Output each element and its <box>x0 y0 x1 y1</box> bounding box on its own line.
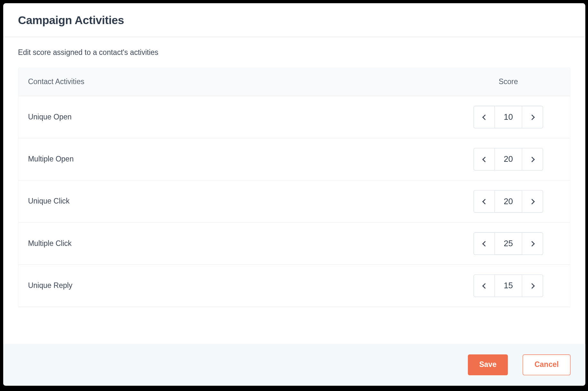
score-stepper-unique-click: 20 <box>474 190 543 213</box>
chevron-left-icon <box>482 199 487 204</box>
increment-button[interactable] <box>522 106 543 128</box>
save-button[interactable]: Save <box>468 354 508 375</box>
panel-header: Campaign Activities <box>3 3 585 37</box>
activities-table: Contact Activities Score Unique Open 10 <box>18 67 571 307</box>
decrement-button[interactable] <box>474 191 495 213</box>
increment-button[interactable] <box>522 233 543 255</box>
increment-button[interactable] <box>522 275 543 297</box>
score-value[interactable]: 20 <box>495 191 522 213</box>
score-value[interactable]: 10 <box>495 106 522 128</box>
chevron-right-icon <box>529 199 534 204</box>
score-value[interactable]: 25 <box>495 233 522 255</box>
increment-button[interactable] <box>522 148 543 170</box>
decrement-button[interactable] <box>474 148 495 170</box>
chevron-right-icon <box>529 241 534 246</box>
table-row: Unique Open 10 <box>18 96 570 138</box>
panel-footer: Save Cancel <box>3 344 585 386</box>
activity-label-multiple-click: Multiple Click <box>28 239 473 248</box>
activity-label-unique-open: Unique Open <box>28 113 473 121</box>
chevron-left-icon <box>482 156 487 162</box>
table-row: Unique Reply 15 <box>18 265 570 307</box>
chevron-right-icon <box>529 283 534 288</box>
column-header-score: Score <box>474 78 543 86</box>
page-title: Campaign Activities <box>18 13 571 27</box>
activity-label-multiple-open: Multiple Open <box>28 155 473 164</box>
score-stepper-multiple-click: 25 <box>474 232 543 255</box>
chevron-right-icon <box>529 114 534 120</box>
chevron-left-icon <box>482 283 487 288</box>
subtitle-text: Edit score assigned to a contact's activ… <box>18 48 571 57</box>
decrement-button[interactable] <box>474 233 495 255</box>
campaign-activities-panel: Campaign Activities Edit score assigned … <box>3 3 585 386</box>
chevron-left-icon <box>482 114 487 120</box>
chevron-left-icon <box>482 241 487 246</box>
column-header-activity: Contact Activities <box>28 78 473 86</box>
cancel-button[interactable]: Cancel <box>523 354 571 375</box>
table-row: Unique Click 20 <box>18 180 570 222</box>
decrement-button[interactable] <box>474 275 495 297</box>
score-value[interactable]: 20 <box>495 148 522 170</box>
activity-label-unique-reply: Unique Reply <box>28 282 473 290</box>
score-stepper-multiple-open: 20 <box>474 148 543 170</box>
increment-button[interactable] <box>522 191 543 213</box>
score-stepper-unique-reply: 15 <box>474 274 543 297</box>
table-header: Contact Activities Score <box>18 68 570 96</box>
panel-body: Edit score assigned to a contact's activ… <box>3 37 585 344</box>
score-value[interactable]: 15 <box>495 275 522 297</box>
activity-label-unique-click: Unique Click <box>28 197 473 206</box>
chevron-right-icon <box>529 156 534 162</box>
score-stepper-unique-open: 10 <box>474 106 543 128</box>
table-row: Multiple Click 25 <box>18 223 570 265</box>
decrement-button[interactable] <box>474 106 495 128</box>
table-row: Multiple Open 20 <box>18 138 570 180</box>
